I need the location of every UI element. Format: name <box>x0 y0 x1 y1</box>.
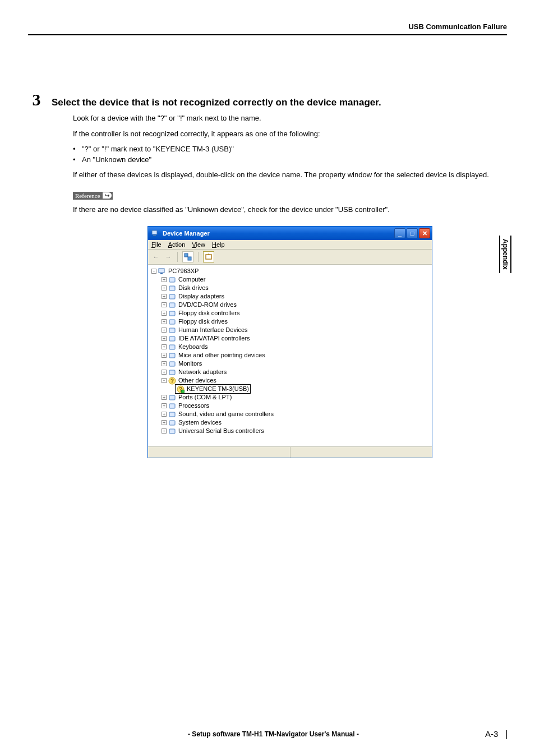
footer-bar <box>506 730 508 739</box>
tree-node[interactable]: +Computer <box>149 275 431 284</box>
tree-node[interactable]: +Floppy disk controllers <box>149 309 431 317</box>
titlebar[interactable]: Device Manager _ □ ✕ <box>148 227 432 240</box>
expand-icon[interactable]: + <box>162 428 167 434</box>
device-icon <box>168 276 176 284</box>
device-icon <box>168 411 176 418</box>
svg-rect-28 <box>169 429 175 434</box>
computer-icon <box>158 268 166 275</box>
device-tree[interactable]: - PC7963XP +Computer+Disk drives+Display… <box>148 265 432 446</box>
svg-rect-13 <box>169 328 175 333</box>
bullet-list: "?" or "!" mark next to "KEYENCE TM-3 (U… <box>73 145 507 164</box>
svg-rect-4 <box>206 255 211 259</box>
tree-node[interactable]: +Ports (COM & LPT) <box>149 393 431 402</box>
toolbar-divider <box>198 252 199 262</box>
expand-icon[interactable]: + <box>162 395 167 400</box>
tree-node[interactable]: +Monitors <box>149 359 431 368</box>
maximize-button[interactable]: □ <box>407 228 418 238</box>
expand-icon[interactable]: + <box>162 294 167 299</box>
tree-node[interactable]: +Human Interface Devices <box>149 326 431 334</box>
expand-icon[interactable]: + <box>162 302 167 307</box>
tree-root[interactable]: - PC7963XP <box>149 267 431 275</box>
tree-node[interactable]: +System devices <box>149 418 431 427</box>
tree-node[interactable]: +Network adapters <box>149 368 431 376</box>
tree-node[interactable]: +Sound, video and game controllers <box>149 410 431 418</box>
collapse-icon[interactable]: - <box>162 378 167 383</box>
svg-rect-0 <box>152 231 157 234</box>
expand-icon[interactable]: + <box>162 277 167 282</box>
minimize-button[interactable]: _ <box>394 228 405 238</box>
expand-icon[interactable]: + <box>162 403 167 408</box>
device-icon <box>168 335 176 343</box>
menubar: File Action View Help <box>148 240 432 250</box>
step-number: 3 <box>28 91 45 108</box>
list-item: An "Unknown device" <box>73 155 507 164</box>
question-icon: ? <box>168 377 176 385</box>
toolbar: ← → <box>148 250 432 265</box>
device-icon <box>168 310 176 317</box>
device-icon <box>168 343 176 351</box>
tree-node[interactable]: +IDE ATA/ATAPI controllers <box>149 334 431 343</box>
app-icon <box>151 229 159 237</box>
expand-icon[interactable]: + <box>162 412 167 417</box>
expand-icon[interactable]: + <box>162 353 167 358</box>
properties-icon[interactable] <box>182 251 193 262</box>
svg-rect-24 <box>169 395 175 400</box>
expand-icon[interactable]: + <box>162 344 167 349</box>
scan-icon[interactable] <box>203 251 214 262</box>
header-rule <box>28 34 507 35</box>
paragraph: Look for a device with the "?" or "!" ma… <box>73 113 507 124</box>
toolbar-divider <box>177 252 178 262</box>
menu-help[interactable]: Help <box>212 241 225 248</box>
expand-icon[interactable]: + <box>162 420 167 425</box>
device-icon <box>168 284 176 292</box>
page-footer: - Setup software TM-H1 TM-Navigator User… <box>28 729 507 739</box>
tree-node-label: Ports (COM & LPT) <box>178 393 232 402</box>
close-button[interactable]: ✕ <box>419 228 430 238</box>
tree-node-label: Computer <box>178 275 205 284</box>
tree-node[interactable]: +Universal Serial Bus controllers <box>149 427 431 435</box>
tree-node-label: Universal Serial Bus controllers <box>178 427 264 435</box>
svg-rect-8 <box>169 286 175 291</box>
expand-icon[interactable]: + <box>162 328 167 333</box>
device-icon <box>168 419 176 427</box>
tree-node-label: Other devices <box>178 376 216 385</box>
svg-rect-5 <box>159 269 164 273</box>
svg-rect-10 <box>169 303 175 307</box>
device-icon <box>168 360 176 368</box>
reference-label: Reference <box>75 192 100 199</box>
expand-icon[interactable]: + <box>162 319 167 324</box>
menu-file[interactable]: File <box>151 241 162 248</box>
device-icon <box>168 427 176 435</box>
device-icon <box>168 402 176 410</box>
svg-rect-15 <box>169 345 175 349</box>
tree-node[interactable]: +DVD/CD-ROM drives <box>149 301 431 309</box>
tree-node-label: Network adapters <box>178 368 227 376</box>
back-icon[interactable]: ← <box>151 252 160 261</box>
menu-action[interactable]: Action <box>168 241 186 248</box>
reference-tab-icon: ↪ <box>103 192 112 199</box>
tree-node-other-devices[interactable]: - ? Other devices <box>149 376 431 385</box>
expand-icon[interactable]: + <box>162 336 167 341</box>
collapse-icon[interactable]: - <box>151 269 156 274</box>
tree-node[interactable]: +Processors <box>149 402 431 410</box>
tree-node[interactable]: +Disk drives <box>149 284 431 292</box>
tree-node[interactable]: +Mice and other pointing devices <box>149 351 431 359</box>
expand-icon[interactable]: + <box>162 361 167 366</box>
tree-node-label: IDE ATA/ATAPI controllers <box>178 334 250 343</box>
expand-icon[interactable]: + <box>162 285 167 291</box>
svg-rect-16 <box>169 353 175 358</box>
menu-view[interactable]: View <box>192 241 205 248</box>
expand-icon[interactable]: + <box>162 370 167 375</box>
paragraph: If either of these devices is displayed,… <box>73 169 507 181</box>
tree-leaf-keyence[interactable]: ? KEYENCE TM-3(USB) <box>149 385 431 393</box>
expand-icon[interactable]: + <box>162 311 167 316</box>
svg-rect-1 <box>153 235 156 236</box>
reference-tag: Reference ↪ <box>73 192 113 200</box>
tree-node[interactable]: +Keyboards <box>149 343 431 351</box>
forward-icon[interactable]: → <box>164 252 173 261</box>
tree-node[interactable]: +Floppy disk drives <box>149 317 431 326</box>
footer-title: - Setup software TM-H1 TM-Navigator User… <box>62 730 485 738</box>
tree-node[interactable]: +Display adapters <box>149 292 431 301</box>
tree-node-label: DVD/CD-ROM drives <box>178 301 237 309</box>
paragraph: If there are no device classified as "Un… <box>73 204 507 215</box>
